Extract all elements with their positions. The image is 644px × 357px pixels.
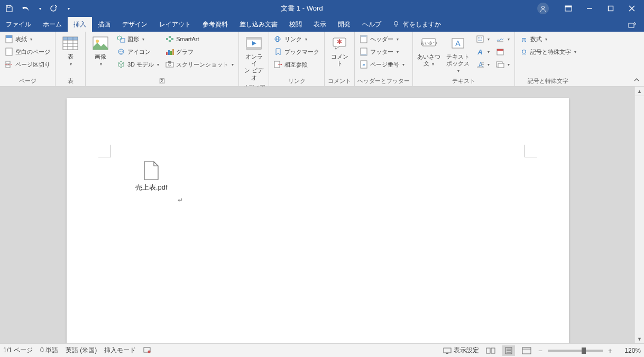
- tab-home[interactable]: ホーム: [37, 17, 68, 32]
- group-comments-label: コメント: [327, 76, 352, 86]
- header-button[interactable]: ヘッダー▾: [357, 33, 407, 45]
- maximize-icon[interactable]: [606, 4, 615, 13]
- cross-reference-label: 相互参照: [284, 61, 308, 69]
- print-layout-button[interactable]: [502, 345, 515, 356]
- link-icon: [274, 35, 282, 43]
- zoom-percentage[interactable]: 120%: [618, 347, 641, 354]
- zoom-out-button[interactable]: −: [538, 346, 542, 355]
- wordart-icon: A: [476, 48, 484, 56]
- 3d-models-button[interactable]: 3D モデル▾: [115, 59, 161, 70]
- ribbon-display-icon[interactable]: [564, 4, 573, 13]
- scroll-up-icon[interactable]: ▲: [635, 87, 644, 96]
- tab-mailings[interactable]: 差し込み文書: [234, 17, 283, 32]
- tab-layout[interactable]: レイアウト: [153, 17, 197, 32]
- svg-rect-52: [361, 35, 367, 37]
- svg-text:π: π: [522, 35, 527, 43]
- status-page[interactable]: 1/1 ページ: [3, 346, 33, 355]
- smartart-button[interactable]: SmartArt: [163, 33, 236, 45]
- tab-view[interactable]: 表示: [308, 17, 332, 32]
- share-button[interactable]: [621, 17, 644, 32]
- cover-page-button[interactable]: 表紙▾: [3, 33, 52, 45]
- svg-rect-44: [246, 47, 261, 49]
- tell-me-search[interactable]: 何をしますか: [387, 17, 446, 32]
- undo-dropdown-icon[interactable]: ▾: [39, 6, 41, 11]
- icons-button[interactable]: アイコン: [115, 46, 161, 58]
- tab-developer[interactable]: 開発: [332, 17, 356, 32]
- status-words[interactable]: 0 単語: [40, 346, 58, 355]
- status-insert-mode[interactable]: 挿入モード: [104, 346, 136, 355]
- close-icon[interactable]: [627, 4, 637, 13]
- group-header-footer: ヘッダー▾ フッター▾ # ページ番号▾ ヘッダーとフッター: [355, 32, 413, 86]
- svg-rect-54: [361, 54, 367, 55]
- equation-button[interactable]: π 数式▾: [518, 33, 578, 45]
- svg-rect-31: [166, 38, 168, 40]
- margin-corner-tl: [98, 145, 111, 157]
- user-avatar[interactable]: [537, 3, 549, 14]
- chart-button[interactable]: グラフ: [163, 46, 236, 58]
- minimize-icon[interactable]: [585, 4, 594, 13]
- status-language[interactable]: 英語 (米国): [66, 346, 97, 355]
- tab-design[interactable]: デザイン: [116, 17, 153, 32]
- online-video-button[interactable]: オンライン ビデオ: [242, 33, 266, 82]
- page-break-button[interactable]: ページ区切り: [3, 59, 52, 70]
- symbol-button[interactable]: Ω 記号と特殊文字▾: [518, 46, 578, 58]
- svg-point-30: [122, 51, 123, 52]
- quick-parts-button[interactable]: ▾: [474, 33, 492, 45]
- read-mode-button[interactable]: [484, 345, 497, 356]
- page-number-button[interactable]: # ページ番号▾: [357, 59, 407, 70]
- greeting-button[interactable]: あいさつ あいさつ文 ▾: [416, 33, 442, 68]
- svg-rect-43: [246, 37, 261, 40]
- macro-record-icon[interactable]: [143, 346, 151, 355]
- table-button[interactable]: 表▾: [58, 33, 82, 68]
- table-label: 表: [68, 53, 73, 60]
- display-settings-button[interactable]: 表示設定: [443, 346, 479, 355]
- tab-help[interactable]: ヘルプ: [356, 17, 387, 32]
- display-settings-label: 表示設定: [454, 346, 479, 355]
- cross-reference-button[interactable]: 相互参照: [272, 59, 321, 70]
- ribbon: 表紙▾ 空白のページ ページ区切り ページ 表▾ 表: [0, 32, 644, 87]
- tab-references[interactable]: 参考資料: [197, 17, 234, 32]
- document-page[interactable]: 売上表.pdf ↵: [67, 98, 569, 343]
- zoom-slider-thumb[interactable]: [582, 347, 586, 354]
- document-area[interactable]: 売上表.pdf ↵: [0, 87, 634, 343]
- pictures-button[interactable]: 画像▾: [88, 33, 113, 68]
- footer-button[interactable]: フッター▾: [357, 46, 407, 58]
- comment-button[interactable]: ✱ コメント: [327, 33, 352, 68]
- undo-icon[interactable]: [21, 4, 31, 13]
- date-time-button[interactable]: [494, 46, 512, 58]
- drop-cap-icon: A: [476, 60, 484, 69]
- shapes-button[interactable]: 図形▾: [115, 33, 161, 45]
- page-number-icon: #: [360, 60, 368, 69]
- zoom-slider[interactable]: [548, 350, 603, 352]
- signature-line-button[interactable]: ▾: [494, 33, 512, 45]
- object-icon: [496, 60, 504, 69]
- scroll-down-icon[interactable]: ▼: [635, 334, 644, 343]
- screenshot-button[interactable]: スクリーンショット▾: [163, 59, 236, 70]
- save-icon[interactable]: [4, 4, 14, 13]
- bookmark-button[interactable]: ブックマーク: [272, 46, 321, 58]
- textbox-button[interactable]: A テキストボックス ▾: [444, 33, 472, 76]
- svg-point-78: [148, 351, 151, 353]
- tab-file[interactable]: ファイル: [0, 17, 37, 32]
- tab-insert[interactable]: 挿入: [68, 17, 92, 32]
- lightbulb-icon: [392, 21, 400, 28]
- group-comments: ✱ コメント コメント: [325, 32, 355, 86]
- vertical-scrollbar[interactable]: ▲ ▼: [634, 87, 644, 343]
- object-button[interactable]: ▾: [494, 59, 512, 70]
- tab-draw[interactable]: 描画: [92, 17, 116, 32]
- qat-customize-icon[interactable]: ▾: [68, 6, 70, 11]
- blank-page-button[interactable]: 空白のページ: [3, 46, 52, 58]
- svg-rect-74: [498, 63, 504, 68]
- svg-rect-14: [6, 61, 10, 64]
- svg-text:A: A: [477, 48, 482, 55]
- zoom-in-button[interactable]: +: [608, 346, 612, 355]
- link-button[interactable]: リンク▾: [272, 33, 321, 45]
- embedded-object[interactable]: 売上表.pdf: [135, 161, 168, 192]
- web-layout-button[interactable]: [520, 345, 533, 356]
- wordart-button[interactable]: A▾: [474, 46, 492, 58]
- tab-review[interactable]: 校閲: [283, 17, 308, 32]
- redo-icon[interactable]: [49, 4, 58, 13]
- drop-cap-button[interactable]: A▾: [474, 59, 492, 70]
- collapse-ribbon-icon[interactable]: [632, 76, 641, 84]
- link-label: リンク: [284, 35, 302, 43]
